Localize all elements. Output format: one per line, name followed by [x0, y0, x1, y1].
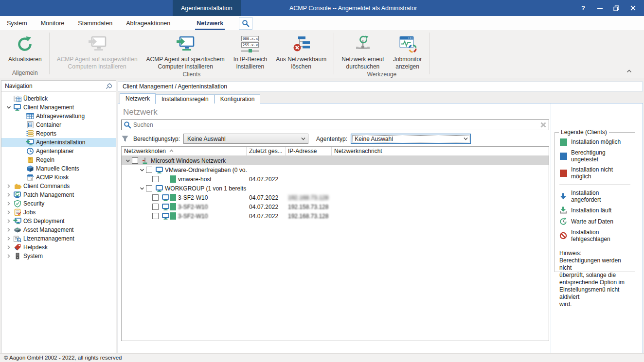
tab-konfiguration[interactable]: Konfiguration [215, 94, 261, 103]
table-row[interactable]: WORKGROUP (1 von 1 bereits v... [122, 184, 549, 193]
chevron-down-icon[interactable] [124, 158, 132, 163]
permission-type-select[interactable]: Keine Auswahl [183, 134, 308, 144]
sidebar-item-security[interactable]: Security [1, 199, 116, 208]
monitor-icon [155, 166, 163, 174]
row-checkbox[interactable] [152, 213, 159, 219]
column-netzwerkknoten[interactable]: Netzwerkknoten [122, 147, 247, 155]
jobmonitor-icon [398, 34, 417, 54]
legend-title: Legende (Clients) [559, 129, 609, 136]
chevron-right-icon[interactable] [4, 254, 13, 259]
sidebar-item-label: Lizenzmanagement [23, 235, 74, 242]
close-button[interactable] [625, 0, 641, 16]
sidebar-item-agenteninstallation[interactable]: Agenteninstallation [1, 138, 116, 147]
navigation-title: Navigation [5, 83, 33, 89]
column-netzwerknachricht[interactable]: Netzwerknachricht [332, 147, 549, 155]
chevron-right-icon[interactable] [4, 184, 13, 189]
ribbon-button-acmp-agent-auf-spezifischem-computer-installieren[interactable]: ACMP Agent auf spezifischem Computer ins… [142, 30, 229, 70]
chevron-down-icon[interactable] [4, 105, 13, 110]
ribbon-button-aus-netzwerkbaum-löschen[interactable]: Aus Netzwerkbaum löschen [271, 30, 331, 70]
titlebar-tab[interactable]: Agenteninstallation [173, 0, 241, 16]
tab-netzwerk[interactable]: Netzwerk [120, 93, 156, 104]
clear-search-icon[interactable] [540, 121, 547, 128]
table-row[interactable]: Microsoft Windows Netzwerk [122, 156, 549, 165]
menu-search-button[interactable] [239, 17, 252, 30]
row-checkbox[interactable] [146, 167, 152, 173]
row-checkbox[interactable] [146, 185, 152, 191]
chevron-down-icon[interactable] [138, 186, 146, 191]
column-ip-adresse[interactable]: IP-Adresse [286, 147, 332, 155]
helpdesk-icon [13, 243, 22, 251]
sidebar-item-container[interactable]: Container [1, 121, 116, 129]
sidebar-item-system[interactable]: System [1, 252, 116, 260]
os-deploy-icon [13, 217, 22, 225]
row-checkbox[interactable] [132, 157, 138, 164]
ribbon-button-jobmonitor-anzeigen[interactable]: Jobmonitor anzeigen [389, 30, 427, 70]
client-management-icon [13, 103, 22, 111]
sidebar-item-agentenplaner[interactable]: Agentenplaner [1, 147, 116, 155]
sidebar-item-label: ACMP Kiosk [36, 174, 69, 181]
ribbon-button-in-ip-bereich-installieren[interactable]: 000.x.x255.x.xIn IP-Bereich installieren [229, 30, 271, 70]
jobs-icon [13, 208, 22, 216]
table-row[interactable]: 3-SF2-W1004.07.2022192.158.73.128 [122, 202, 549, 211]
sidebar-item-client-commands[interactable]: Client Commands [1, 182, 116, 190]
sidebar-item-regeln[interactable]: Regeln [1, 155, 116, 164]
chevron-right-icon[interactable] [4, 219, 13, 224]
menu-abfrageaktionen[interactable]: Abfrageaktionen [119, 16, 177, 30]
row-checkbox[interactable] [152, 176, 159, 182]
minimize-button[interactable] [591, 0, 608, 16]
kiosk-icon [25, 173, 35, 181]
ribbon-button-netzwerk-erneut-durchsuchen[interactable]: Netzwerk erneut durchsuchen [337, 30, 388, 70]
ribbon-button-label: Aus Netzwerkbaum löschen [276, 56, 326, 70]
menu-system[interactable]: System [0, 16, 34, 30]
chevron-right-icon[interactable] [4, 201, 13, 206]
table-row[interactable]: vmware-host04.07.2022 [122, 174, 549, 184]
install-running-icon [559, 207, 567, 214]
chevron-up-icon [626, 69, 632, 74]
sidebar-item-os-deployment[interactable]: OS Deployment [1, 217, 116, 225]
chevron-right-icon[interactable] [4, 210, 13, 215]
row-checkbox[interactable] [152, 194, 159, 201]
sidebar-item-label: Agenteninstallation [36, 139, 85, 146]
menu-monitore[interactable]: Monitore [34, 16, 72, 30]
sidebar-item-überblick[interactable]: Überblick [1, 94, 116, 103]
license-icon [13, 235, 22, 242]
chevron-right-icon[interactable] [4, 192, 13, 197]
sidebar-item-manuelle-clients[interactable]: Manuelle Clients [1, 164, 116, 173]
sidebar-item-acmp-kiosk[interactable]: ACMP Kiosk [1, 173, 116, 182]
sidebar-item-label: Überblick [23, 95, 48, 102]
chevron-right-icon[interactable] [4, 227, 13, 232]
chevron-down-icon[interactable] [138, 168, 146, 172]
restore-button[interactable] [608, 0, 625, 16]
sidebar-item-lizenzmanagement[interactable]: Lizenzmanagement [1, 234, 116, 243]
search-input[interactable] [133, 121, 540, 128]
sidebar-item-jobs[interactable]: Jobs [1, 208, 116, 217]
help-button[interactable]: ? [575, 0, 591, 16]
sidebar-item-patch-management[interactable]: Patch Management [1, 190, 116, 199]
sidebar-item-client-management[interactable]: Client Management [1, 103, 116, 112]
menu-netzwerk[interactable]: Netzwerk [190, 16, 230, 30]
table-row[interactable]: 3-SF2-W1004.07.2022192.168.73.128 [122, 211, 549, 221]
ribbon-button-aktualisieren[interactable]: Aktualisieren [4, 30, 46, 63]
legend-item-installation-möglich: Installation möglich [559, 138, 630, 146]
chevron-right-icon[interactable] [4, 245, 13, 250]
status-green-icon [170, 212, 176, 220]
table-row[interactable]: 3-SF2-W1004.07.2022192.168.73.128 [122, 193, 549, 202]
ribbon-collapse-button[interactable] [624, 68, 634, 75]
ribbon-button-label: Aktualisieren [8, 56, 42, 63]
legend-note: Hinweis: Berechtigungen werden nicht übe… [559, 250, 630, 308]
system-icon [13, 252, 22, 260]
table-row[interactable]: VMware-Ordnerfreigaben (0 vo... [122, 165, 549, 174]
search-icon [242, 19, 250, 27]
agent-type-select[interactable]: Keine Auswahl [351, 134, 471, 144]
filter-row: Berechtigungstyp: Keine Auswahl Agentent… [121, 134, 471, 144]
sidebar-item-reports[interactable]: Reports [1, 129, 116, 138]
sidebar-item-abfrageverwaltung[interactable]: Abfrageverwaltung [1, 112, 116, 121]
menu-stammdaten[interactable]: Stammdaten [71, 16, 119, 30]
chevron-right-icon[interactable] [4, 236, 13, 241]
tab-installationsregeln[interactable]: Installationsregeln [156, 94, 215, 103]
pin-button[interactable] [106, 83, 112, 89]
sidebar-item-helpdesk[interactable]: Helpdesk [1, 243, 116, 252]
row-checkbox[interactable] [152, 204, 159, 210]
sidebar-item-asset-management[interactable]: Asset Management [1, 225, 116, 234]
column-zuletzt[interactable]: Zuletzt ges... [247, 147, 286, 155]
